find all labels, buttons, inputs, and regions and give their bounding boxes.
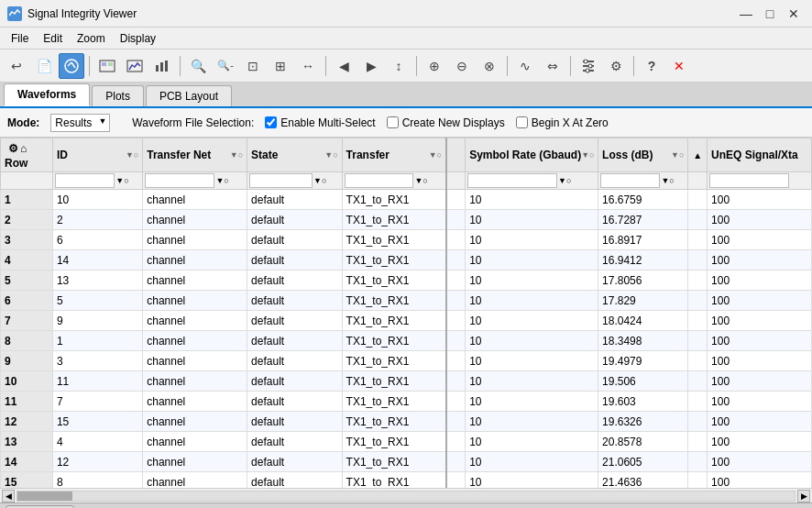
table-row[interactable]: 1412channeldefaultTX1_to_RX11021.0605100 — [1, 452, 812, 472]
main-content: ⚙ ⌂ Row ID▼○ Transfer Net▼○ State▼○ — [0, 138, 812, 488]
tb-zoom-h[interactable]: ↔ — [295, 53, 321, 79]
menu-display[interactable]: Display — [113, 30, 163, 47]
table-cell: 4 — [1, 250, 53, 271]
tb-img1[interactable] — [94, 53, 120, 79]
table-cell: TX1_to_RX1 — [342, 271, 446, 291]
begin-x-label[interactable]: Begin X At Zero — [516, 116, 609, 129]
table-container[interactable]: ⚙ ⌂ Row ID▼○ Transfer Net▼○ State▼○ — [0, 138, 812, 488]
filter-tnet-cell[interactable]: ▼○ — [143, 172, 247, 190]
tb-bar-chart[interactable] — [149, 53, 175, 79]
create-new-checkbox[interactable] — [387, 116, 399, 128]
col-header-symbol-rate[interactable]: Symbol Rate (Gbaud)▼○ — [466, 138, 598, 172]
enable-multi-label[interactable]: Enable Multi-Select — [265, 116, 375, 129]
table-area[interactable]: ⚙ ⌂ Row ID▼○ Transfer Net▼○ State▼○ — [0, 138, 812, 488]
svg-rect-5 — [108, 62, 113, 66]
col-header-id[interactable]: ID▼○ — [52, 138, 142, 172]
menu-zoom[interactable]: Zoom — [70, 30, 113, 47]
tb-close[interactable]: ✕ — [666, 53, 692, 79]
gear-icon[interactable]: ⚙ — [8, 142, 18, 155]
tab-plots[interactable]: Plots — [92, 85, 144, 106]
tb-zoom-out[interactable]: 🔍- — [213, 53, 238, 79]
tb-zoom-fit[interactable]: ⊡ — [240, 53, 266, 79]
col-header-uneq[interactable]: UnEQ Signal/Xta — [708, 138, 812, 172]
filter-sym-cell[interactable]: ▼○ — [466, 172, 598, 190]
filter-loss-cell[interactable]: ▼○ — [598, 172, 688, 190]
table-cell: 19.4979 — [598, 351, 688, 371]
menu-file[interactable]: File — [4, 30, 36, 47]
close-button[interactable]: ✕ — [783, 5, 805, 23]
table-row[interactable]: 110channeldefaultTX1_to_RX11016.6759100 — [1, 190, 812, 210]
minimize-button[interactable]: — — [735, 5, 757, 23]
hscroll-thumb[interactable] — [17, 491, 72, 501]
table-row[interactable]: 65channeldefaultTX1_to_RX11017.829100 — [1, 291, 812, 311]
table-row[interactable]: 1011channeldefaultTX1_to_RX11019.506100 — [1, 371, 812, 392]
tb-add[interactable]: ⊕ — [422, 53, 447, 79]
table-cell — [446, 432, 466, 452]
tab-waveforms[interactable]: Waveforms — [4, 83, 90, 106]
tb-zoom-in[interactable]: 🔍 — [185, 53, 211, 79]
tab-pcb-layout[interactable]: PCB Layout — [146, 85, 232, 106]
tb-remove[interactable]: ⊖ — [449, 53, 475, 79]
tb-zoom-box[interactable]: ⊞ — [268, 53, 293, 79]
tb-doc[interactable]: 📄 — [31, 53, 57, 79]
filter-id-input[interactable] — [55, 173, 115, 188]
table-cell: TX1_to_RX1 — [342, 452, 446, 472]
table-row[interactable]: 93channeldefaultTX1_to_RX11019.4979100 — [1, 351, 812, 371]
col-header-gap1 — [446, 138, 466, 172]
filter-state-cell[interactable]: ▼○ — [247, 172, 343, 190]
col-header-transfer-net[interactable]: Transfer Net▼○ — [143, 138, 247, 172]
menu-edit[interactable]: Edit — [36, 30, 70, 47]
filter-sym-input[interactable] — [467, 173, 557, 188]
table-row[interactable]: 81channeldefaultTX1_to_RX11018.3498100 — [1, 331, 812, 351]
table-row[interactable]: 414channeldefaultTX1_to_RX11016.9412100 — [1, 250, 812, 271]
table-row[interactable]: 134channeldefaultTX1_to_RX11020.8578100 — [1, 432, 812, 452]
table-cell: 100 — [708, 351, 812, 371]
mode-select[interactable]: Results — [50, 114, 110, 132]
hscroll-track[interactable] — [16, 491, 796, 502]
tb-prev[interactable]: ◀ — [331, 53, 357, 79]
tb-arrows[interactable]: ⇔ — [540, 53, 565, 79]
filter-id-cell[interactable]: ▼○ — [52, 172, 142, 190]
filter-uneq-cell[interactable] — [708, 172, 812, 190]
filter-tnet-input[interactable] — [145, 173, 214, 188]
table-cell: 2 — [52, 210, 142, 230]
filter-uneq-input[interactable] — [709, 173, 789, 188]
enable-multi-checkbox[interactable] — [265, 116, 277, 128]
mode-select-wrap[interactable]: Results — [50, 114, 110, 132]
filter-loss-input[interactable] — [600, 173, 660, 188]
table-row[interactable]: 158channeldefaultTX1_to_RX11021.4636100 — [1, 472, 812, 489]
tb-next[interactable]: ▶ — [358, 53, 384, 79]
tb-img2[interactable] — [122, 53, 148, 79]
hscroll-right[interactable]: ▶ — [797, 490, 810, 502]
tb-analyze[interactable] — [59, 53, 84, 79]
home-icon[interactable]: ⌂ — [20, 142, 27, 155]
table-row[interactable]: 1215channeldefaultTX1_to_RX11019.6326100 — [1, 412, 812, 432]
table-cell — [446, 311, 466, 331]
table-row[interactable]: 79channeldefaultTX1_to_RX11018.0424100 — [1, 311, 812, 331]
tb-wave[interactable]: ∿ — [512, 53, 538, 79]
tb-settings1[interactable] — [576, 53, 601, 79]
table-row[interactable]: 117channeldefaultTX1_to_RX11019.603100 — [1, 392, 812, 412]
col-header-arr: ▲ — [688, 138, 708, 172]
begin-x-checkbox[interactable] — [516, 116, 528, 128]
col-header-loss[interactable]: Loss (dB)▼○ — [598, 138, 688, 172]
col-header-transfer[interactable]: Transfer▼○ — [342, 138, 446, 172]
col-header-state[interactable]: State▼○ — [247, 138, 343, 172]
status-tab-network[interactable]: 0: Network — [5, 505, 74, 509]
table-row[interactable]: 36channeldefaultTX1_to_RX11016.8917100 — [1, 230, 812, 250]
tb-cross[interactable]: ⊗ — [477, 53, 502, 79]
table-row[interactable]: 22channeldefaultTX1_to_RX11016.7287100 — [1, 210, 812, 230]
tb-gear[interactable]: ⚙ — [603, 53, 629, 79]
menu-bar: File Edit Zoom Display — [0, 28, 812, 50]
table-row[interactable]: 513channeldefaultTX1_to_RX11017.8056100 — [1, 271, 812, 291]
tb-expand-v[interactable]: ↕ — [386, 53, 411, 79]
create-new-label[interactable]: Create New Displays — [387, 116, 505, 129]
hscroll-bar[interactable]: ◀ ▶ — [0, 488, 812, 502]
tb-help[interactable]: ? — [639, 53, 664, 79]
filter-transfer-input[interactable] — [345, 173, 414, 188]
tb-back[interactable]: ↩ — [4, 53, 29, 79]
filter-transfer-cell[interactable]: ▼○ — [342, 172, 446, 190]
maximize-button[interactable]: □ — [759, 5, 781, 23]
hscroll-left[interactable]: ◀ — [2, 490, 15, 502]
filter-state-input[interactable] — [249, 173, 313, 188]
